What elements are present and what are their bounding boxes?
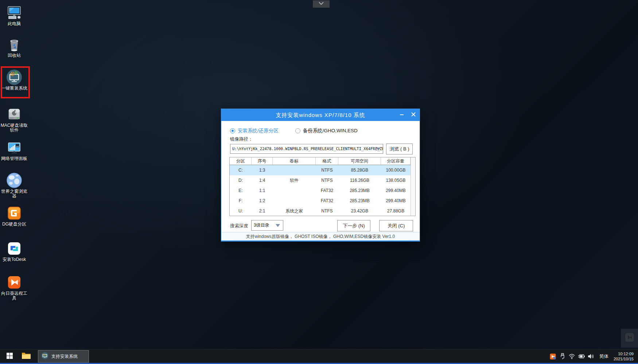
wifi-icon[interactable]: [568, 349, 576, 363]
desktop-icon-install-todesk[interactable]: 安装ToDesk: [0, 240, 28, 262]
desktop-icon-label: 网络管理面板: [0, 156, 28, 161]
table-cell: 285.23MB: [338, 188, 381, 193]
table-cell: 1:3: [252, 168, 273, 173]
table-row[interactable]: F:1:2FAT32285.23MB299.40MB: [230, 196, 411, 206]
input-language-indicator[interactable]: 简体: [596, 349, 611, 363]
chevron-down-icon: [318, 1, 325, 7]
radio-backup-label: 备份系统/GHO,WIN,ESD: [303, 128, 358, 134]
table-cell: 299.40MB: [381, 198, 411, 203]
close-button[interactable]: [408, 109, 419, 121]
task-button-label: 支持安装系统: [51, 353, 78, 360]
table-cell: 138.05GB: [381, 178, 411, 183]
file-explorer-button[interactable]: [19, 349, 34, 363]
desktop-icon-sunflower-remote[interactable]: 向日葵远程工具: [0, 274, 28, 301]
sunflower-icon: [6, 274, 22, 290]
table-cell: U:: [230, 208, 252, 214]
desktop-icon-label: 回收站: [0, 53, 28, 58]
world-browser-icon: [6, 172, 22, 188]
battery-icon[interactable]: [577, 349, 586, 363]
partition-table: 分区序号卷标格式可用空间分区容量 C:1:3NTFS85.28GB100.00G…: [229, 157, 416, 216]
install-dialog: 支持安装windows XP/7/8/10 系统 安装系统/还原分区 备份系统/…: [221, 109, 420, 242]
sunflower-tray-icon[interactable]: [549, 349, 557, 363]
volume-icon[interactable]: [587, 349, 595, 363]
table-cell: NTFS: [316, 208, 338, 214]
table-cell: 23.42GB: [338, 208, 381, 214]
table-cell: 299.40MB: [381, 188, 411, 193]
usb-icon[interactable]: [559, 349, 567, 363]
table-scrollbar[interactable]: [411, 157, 415, 216]
column-header[interactable]: 可用空间: [338, 157, 381, 165]
radio-selected-icon: [230, 128, 235, 133]
desktop-icon-label: MAC硬盘读取软件: [0, 123, 28, 133]
table-cell: FAT32: [316, 188, 338, 193]
mac-disk-icon: [6, 106, 22, 122]
desktop-icon-mac-disk-reader[interactable]: MAC硬盘读取软件: [0, 106, 28, 133]
table-cell: E:: [230, 188, 252, 193]
desktop-icon-recycle-bin[interactable]: 回收站: [0, 36, 28, 58]
desktop-icon-world-browser[interactable]: 世界之窗浏览器: [0, 172, 28, 199]
clock-time: 10:12:09: [614, 351, 634, 356]
partition-table-header: 分区序号卷标格式可用空间分区容量: [230, 157, 411, 165]
start-button[interactable]: [1, 349, 17, 363]
table-cell: 85.28GB: [338, 168, 381, 173]
desktop-icon-label: 安装ToDesk: [0, 257, 28, 262]
desktop: { "desktop": { "highlight_color": "#e31c…: [0, 0, 638, 364]
table-cell: C:: [230, 168, 252, 173]
desktop-icon-label: 向日葵远程工具: [0, 291, 28, 301]
search-depth-dropdown[interactable]: 3级目录: [251, 220, 283, 231]
radio-backup[interactable]: 备份系统/GHO,WIN,ESD: [295, 128, 358, 134]
table-row[interactable]: C:1:3NTFS85.28GB100.00GB: [230, 165, 411, 175]
sunflower-dark-icon: [625, 333, 634, 344]
windows-start-icon: [7, 353, 13, 360]
image-path-combobox[interactable]: U:\hYotYjKk_22478.1000.WINPBLD.RS_PREREL…: [230, 144, 383, 154]
radio-unselected-icon: [295, 128, 300, 133]
table-cell: NTFS: [316, 178, 338, 183]
column-header[interactable]: 卷标: [273, 157, 316, 165]
desktop-icon-network-panel[interactable]: 网络管理面板: [0, 140, 28, 161]
todesk-icon: [6, 240, 22, 257]
taskbar: 支持安装系统 简体 10:12:09 2021/10/15: [0, 349, 638, 363]
tray-icon-group: [549, 349, 596, 363]
dialog-title: 支持安装windows XP/7/8/10 系统: [221, 109, 420, 121]
taskbar-task-button[interactable]: 支持安装系统: [38, 350, 89, 363]
system-tray: 简体 10:12:09 2021/10/15: [549, 349, 638, 363]
image-path-value: U:\hYotYjKk_22478.1000.WINPBLD.RS_PREREL…: [230, 144, 383, 153]
radio-install-restore[interactable]: 安装系统/还原分区: [230, 128, 279, 134]
close-icon: [411, 112, 416, 118]
network-panel-icon: [6, 140, 22, 156]
table-row[interactable]: E:1:1FAT32285.23MB299.40MB: [230, 185, 411, 196]
table-cell: NTFS: [316, 168, 338, 173]
highlight-box: [1, 66, 30, 98]
top-dropdown-tab[interactable]: [313, 0, 330, 8]
desktop-icon-this-pc[interactable]: 此电脑: [0, 5, 28, 26]
table-cell: 1:1: [252, 188, 273, 193]
dialog-titlebar: 支持安装windows XP/7/8/10 系统: [221, 109, 420, 121]
desktop-icon-dg-partition[interactable]: DG硬盘分区: [0, 205, 28, 227]
reinstall-app-icon: [41, 352, 48, 361]
table-cell: 系统之家: [273, 208, 316, 214]
next-step-button[interactable]: 下一步 (N): [337, 220, 370, 231]
radio-install-label: 安装系统/还原分区: [238, 128, 279, 134]
folder-icon: [22, 352, 31, 361]
table-row[interactable]: D:1:4软件NTFS116.26GB138.05GB: [230, 175, 411, 185]
column-header[interactable]: 分区容量: [381, 157, 411, 165]
table-cell: FAT32: [316, 198, 338, 203]
column-header[interactable]: 序号: [252, 157, 273, 165]
clock-date: 2021/10/15: [614, 356, 634, 361]
depth-dropdown-icon[interactable]: [276, 224, 280, 227]
dialog-status-bar: 支持windows原版镜像， GHOST ISO镜像， GHO,WIM,ESD镜…: [221, 232, 420, 240]
table-row[interactable]: U:2:1系统之家NTFS23.42GB27.88GB: [230, 206, 411, 216]
sunflower-floating-widget[interactable]: [621, 329, 638, 348]
recycle-bin-icon: [6, 36, 22, 52]
table-cell: 2:1: [252, 208, 273, 214]
table-cell: 100.00GB: [381, 168, 411, 173]
clock[interactable]: 10:12:09 2021/10/15: [611, 351, 638, 361]
column-header[interactable]: 分区: [230, 157, 252, 165]
browse-button[interactable]: 浏览 ( B ): [386, 144, 413, 154]
minimize-icon: [400, 112, 404, 118]
minimize-button[interactable]: [396, 109, 407, 121]
column-header[interactable]: 格式: [316, 157, 338, 165]
close-dialog-button[interactable]: 关闭 (C): [379, 220, 413, 231]
dg-partition-icon: [6, 205, 22, 221]
combo-dropdown-icon[interactable]: [376, 148, 381, 150]
